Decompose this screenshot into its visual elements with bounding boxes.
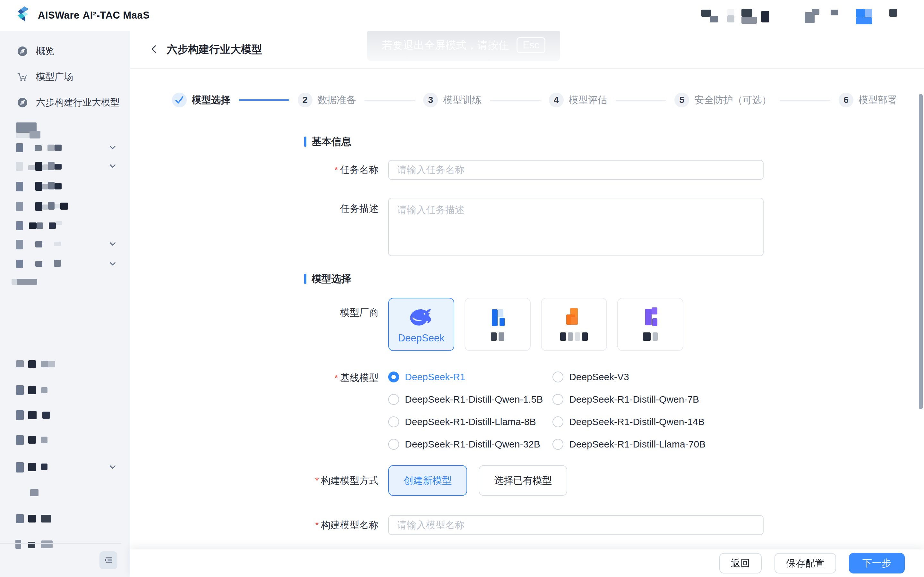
redacted-block <box>499 318 505 326</box>
redacted-block <box>41 361 48 367</box>
task-name-input[interactable] <box>388 160 764 180</box>
model-name-label: *构建模型名称 <box>304 519 379 532</box>
cart-icon <box>17 71 28 83</box>
stepper-step-5[interactable]: 5安全防护（可选） <box>674 93 771 107</box>
sidebar-item-redacted[interactable] <box>0 143 130 155</box>
redacted-block <box>645 309 652 326</box>
sidebar-item-overview[interactable]: 概览 <box>0 42 130 61</box>
redacted-icon <box>16 240 23 250</box>
baseline-option-deepseek-r1-distill-qwen-14b[interactable]: DeepSeek-R1-Distill-Qwen-14B <box>552 416 706 427</box>
redacted-block <box>653 332 658 341</box>
stepper-step-1[interactable]: 模型选择 <box>172 93 230 107</box>
next-step-button[interactable]: 下一步 <box>849 553 905 574</box>
step-number: 4 <box>549 93 564 107</box>
redacted-block <box>49 222 56 229</box>
sidebar-collapse-button[interactable] <box>99 551 118 569</box>
stepper-step-4[interactable]: 4模型评估 <box>549 93 607 107</box>
redacted-logo <box>564 308 584 328</box>
redacted-block <box>643 332 651 341</box>
sidebar-item-redacted[interactable] <box>0 259 130 271</box>
fullscreen-exit-toast: 若要退出全屏模式，请按住 Esc <box>367 31 560 61</box>
redacted-icon <box>15 540 21 549</box>
required-asterisk: * <box>334 164 338 175</box>
sidebar-item-redacted[interactable] <box>0 462 130 474</box>
vendor-card-deepseek[interactable]: DeepSeek <box>388 298 454 351</box>
redacted-block <box>28 515 36 522</box>
redacted-header-item[interactable] <box>856 9 865 17</box>
sidebar-item-redacted[interactable] <box>0 360 130 372</box>
select-existing-model-button[interactable]: 选择已有模型 <box>479 465 567 496</box>
back-action-button[interactable]: 返回 <box>719 553 762 574</box>
stepper-step-3[interactable]: 3模型训练 <box>423 93 481 107</box>
baseline-option-deepseek-r1-distill-qwen-7b[interactable]: DeepSeek-R1-Distill-Qwen-7B <box>552 394 706 405</box>
redacted-block <box>652 318 657 326</box>
baseline-option-deepseek-r1-distill-llama-70b[interactable]: DeepSeek-R1-Distill-Llama-70B <box>552 439 706 450</box>
redacted-header-item[interactable] <box>741 17 757 24</box>
radio-icon <box>388 416 399 427</box>
redacted-header-item[interactable] <box>710 16 718 23</box>
redacted-logo <box>640 308 661 328</box>
chevron-down-icon <box>108 239 118 249</box>
create-new-model-button[interactable]: 创建新模型 <box>388 465 467 496</box>
scrollbar-thumb[interactable] <box>919 94 923 409</box>
sidebar-item-redacted[interactable] <box>0 514 130 526</box>
section-title-basic-info: 基本信息 <box>304 135 924 148</box>
baseline-model-options: DeepSeek-R1DeepSeek-V3DeepSeek-R1-Distil… <box>388 372 706 450</box>
model-name-input[interactable] <box>388 515 764 535</box>
redacted-header-item[interactable] <box>856 17 872 24</box>
redacted-header-item[interactable] <box>889 9 897 17</box>
redacted-header-item[interactable] <box>830 10 838 15</box>
back-button[interactable] <box>148 44 160 55</box>
task-desc-textarea[interactable] <box>388 198 764 256</box>
redacted-header-item[interactable] <box>741 9 752 17</box>
stepper-step-2[interactable]: 2数据准备 <box>298 93 356 107</box>
redacted-block <box>28 436 36 444</box>
redacted-header-item[interactable] <box>701 10 711 17</box>
redacted-block <box>41 464 47 470</box>
sidebar-item-redacted[interactable] <box>0 201 130 213</box>
save-config-button[interactable]: 保存配置 <box>774 553 836 574</box>
sidebar-item-label: 六步构建行业大模型 <box>36 96 120 109</box>
sidebar-item-redacted[interactable] <box>0 489 130 501</box>
baseline-option-deepseek-r1-distill-qwen-1.5b[interactable]: DeepSeek-R1-Distill-Qwen-1.5B <box>388 394 552 405</box>
sidebar-item-redacted[interactable] <box>0 122 130 135</box>
sidebar: 概览模型广场六步构建行业大模型 <box>0 31 130 577</box>
sidebar-item-redacted[interactable] <box>0 221 130 233</box>
sidebar-item-redacted[interactable] <box>0 279 130 291</box>
sidebar-item-redacted[interactable] <box>0 161 130 173</box>
redacted-block <box>30 489 39 496</box>
step-number: 6 <box>838 93 853 107</box>
sidebar-item-redacted[interactable] <box>0 435 130 448</box>
toast-text: 若要退出全屏模式，请按住 <box>382 38 509 53</box>
stepper-step-6[interactable]: 6模型部署 <box>838 93 897 107</box>
redacted-header-item[interactable] <box>865 9 872 17</box>
redacted-header-item[interactable] <box>761 11 769 23</box>
redacted-header-item[interactable] <box>727 9 734 15</box>
sidebar-item-redacted[interactable] <box>0 540 130 552</box>
redacted-block <box>56 221 62 225</box>
redacted-header-item[interactable] <box>727 15 734 23</box>
baseline-option-deepseek-r1-distill-qwen-32b[interactable]: DeepSeek-R1-Distill-Qwen-32B <box>388 439 552 450</box>
redacted-header-item[interactable] <box>812 9 819 15</box>
vendor-card-redacted-2[interactable] <box>541 298 607 351</box>
sidebar-item-six-step-build[interactable]: 六步构建行业大模型 <box>0 93 130 112</box>
step-number: 2 <box>298 93 312 107</box>
vendor-card-redacted-1[interactable] <box>465 298 531 351</box>
vendor-card-redacted-3[interactable] <box>617 298 683 351</box>
sidebar-item-redacted[interactable] <box>0 410 130 422</box>
redacted-block <box>492 309 498 326</box>
redacted-block <box>35 241 42 247</box>
redacted-logo-purple <box>640 306 661 330</box>
baseline-option-deepseek-r1[interactable]: DeepSeek-R1 <box>388 372 552 382</box>
baseline-option-deepseek-v3[interactable]: DeepSeek-V3 <box>552 372 706 382</box>
sidebar-item-model-plaza[interactable]: 模型广场 <box>0 67 130 87</box>
sidebar-item-redacted[interactable] <box>0 239 130 251</box>
page-title: 六步构建行业大模型 <box>167 42 262 57</box>
radio-icon <box>388 439 399 450</box>
redacted-block <box>16 133 29 138</box>
sidebar-item-redacted[interactable] <box>0 181 130 193</box>
redacted-block <box>55 145 61 151</box>
sidebar-item-redacted[interactable] <box>0 385 130 398</box>
baseline-option-deepseek-r1-distill-llama-8b[interactable]: DeepSeek-R1-Distill-Llama-8B <box>388 416 552 427</box>
radio-label: DeepSeek-R1-Distill-Qwen-1.5B <box>405 394 543 405</box>
